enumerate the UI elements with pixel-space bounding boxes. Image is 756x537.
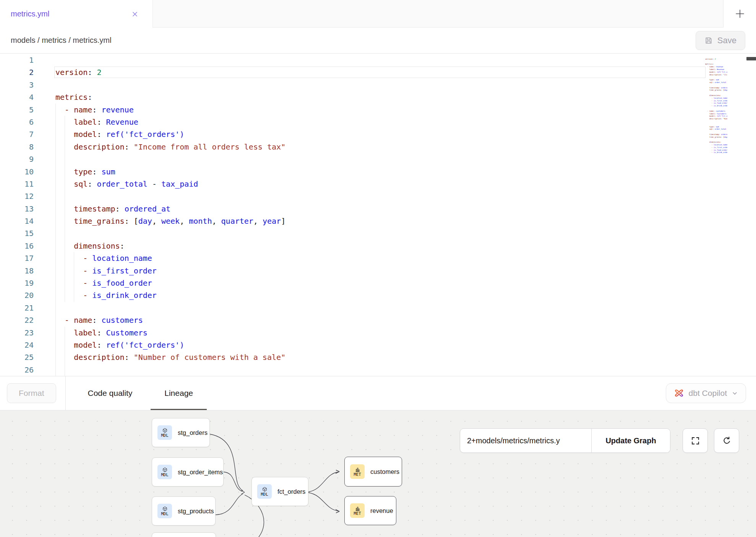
code-line-23[interactable]: 23 label: Customers: [0, 327, 756, 339]
lineage-node-fct_orders[interactable]: MDLfct_orders: [251, 477, 308, 506]
minimap[interactable]: version: 2metrics: - name: revenue label…: [705, 55, 727, 170]
code-line-3[interactable]: 3: [0, 79, 756, 91]
node-label: customers: [370, 468, 399, 475]
line-number: 1: [0, 54, 34, 66]
code-line-5[interactable]: 5 - name: revenue: [0, 104, 756, 116]
code-line-20[interactable]: 20 - is_drink_order: [0, 289, 756, 301]
minimap-line: [705, 84, 727, 87]
code-line-1[interactable]: 1: [0, 54, 756, 66]
badge-type-label: MDL: [261, 492, 268, 496]
line-number: 25: [0, 351, 34, 363]
line-number: 26: [0, 364, 34, 376]
line-text: sql: order_total - tax_paid: [55, 178, 198, 190]
graph-selector-input[interactable]: [460, 429, 591, 452]
model-icon: MDL: [257, 484, 272, 499]
indent-guide: [55, 153, 56, 165]
code-line-12[interactable]: 12: [0, 190, 756, 202]
code-line-16[interactable]: 16 dimensions:: [0, 240, 756, 252]
line-text: type: sum: [55, 166, 115, 178]
minimap-line: - location_name: [705, 144, 727, 146]
line-number: 9: [0, 153, 34, 165]
code-line-26[interactable]: 26: [0, 364, 756, 376]
code-line-9[interactable]: 9: [0, 153, 756, 165]
panel-tab-lineage[interactable]: Lineage: [148, 376, 209, 410]
indent-guide: [65, 364, 65, 376]
minimap-line: dimensions:: [705, 141, 727, 144]
tab-metrics-yml[interactable]: metrics.yml: [0, 0, 153, 28]
minimap-line: - name: revenue: [705, 66, 727, 68]
code-line-10[interactable]: 10 type: sum: [0, 166, 756, 178]
line-number: 8: [0, 141, 34, 153]
minimap-line: - is_first_order: [705, 100, 727, 103]
lineage-node-revenue[interactable]: METrevenue: [344, 496, 396, 525]
lineage-node-customers[interactable]: METcustomers: [344, 457, 402, 487]
badge-type-label: MDL: [161, 433, 169, 438]
lineage-canvas[interactable]: MDLstg_ordersMDLstg_order_itemsMDLstg_pr…: [0, 410, 756, 537]
minimap-line: timestamp: ordered_at: [705, 133, 727, 136]
lineage-node-stg_order_items[interactable]: MDLstg_order_items: [152, 457, 224, 487]
indent-guide: [65, 227, 65, 239]
badge-type-label: MET: [354, 511, 361, 516]
code-line-8[interactable]: 8 description: "Income from all orders l…: [0, 141, 756, 153]
refresh-button[interactable]: [714, 428, 739, 453]
close-icon[interactable]: [131, 10, 139, 18]
line-text: description: "Income from all orders les…: [55, 141, 286, 153]
lineage-node-stg_products[interactable]: MDLstg_products: [152, 496, 216, 526]
dbt-copilot-button[interactable]: dbt Copilot: [666, 383, 746, 403]
breadcrumb-row: models / metrics / metrics.yml Save: [0, 28, 756, 54]
code-line-21[interactable]: 21: [0, 302, 756, 314]
indent-guide: [55, 302, 56, 314]
lineage-node-partial-node[interactable]: [152, 532, 216, 537]
indent-guide: [55, 227, 56, 239]
line-number: 23: [0, 327, 34, 339]
save-icon: [704, 36, 713, 45]
lineage-node-stg_orders[interactable]: MDLstg_orders: [152, 418, 210, 447]
minimap-line: label: Customers: [705, 113, 727, 116]
current-line-highlight: [54, 67, 706, 78]
code-editor[interactable]: 12version: 234metrics:5 - name: revenue6…: [0, 54, 756, 376]
refresh-icon: [722, 436, 732, 446]
scrollbar-marker[interactable]: [746, 57, 756, 60]
line-text: - name: revenue: [55, 104, 134, 116]
code-line-7[interactable]: 7 model: ref('fct_orders'): [0, 128, 756, 140]
line-number: 18: [0, 265, 34, 277]
code-line-4[interactable]: 4metrics:: [0, 91, 756, 103]
model-icon: MDL: [157, 425, 172, 440]
minimap-line: [705, 120, 727, 123]
code-line-18[interactable]: 18 - is_first_order: [0, 265, 756, 277]
fullscreen-button[interactable]: [683, 428, 708, 453]
minimap-line: type: sum: [705, 126, 727, 129]
minimap-line: label: Revenue: [705, 68, 727, 71]
code-line-13[interactable]: 13 timestamp: ordered_at: [0, 203, 756, 215]
line-text: model: ref('fct_orders'): [55, 128, 184, 140]
tab-title: metrics.yml: [11, 10, 49, 18]
code-line-19[interactable]: 19 - is_food_order: [0, 277, 756, 289]
line-number: 7: [0, 128, 34, 140]
code-line-25[interactable]: 25 description: "Number of customers wit…: [0, 351, 756, 363]
minimap-line: - location_name: [705, 97, 727, 100]
minimap-line: model: ref('fct_orders'): [705, 71, 727, 74]
update-graph-button[interactable]: Update Graph: [591, 429, 670, 452]
badge-type-label: MDL: [161, 473, 169, 477]
code-line-17[interactable]: 17 - location_name: [0, 252, 756, 264]
chevron-down-icon: [732, 390, 738, 397]
minimap-line: time_grains: [day, week, month, quarter,…: [705, 89, 727, 92]
tab-bar: metrics.yml: [0, 0, 756, 28]
code-line-24[interactable]: 24 model: ref('fct_orders'): [0, 339, 756, 351]
code-line-22[interactable]: 22 - name: customers: [0, 314, 756, 326]
code-line-14[interactable]: 14 time_grains: [day, week, month, quart…: [0, 215, 756, 227]
node-label: stg_orders: [178, 429, 208, 436]
save-button[interactable]: Save: [696, 31, 745, 50]
copilot-icon: [674, 388, 684, 399]
code-line-11[interactable]: 11 sql: order_total - tax_paid: [0, 178, 756, 190]
format-button[interactable]: Format: [7, 383, 56, 403]
panel-tab-code-quality[interactable]: Code quality: [72, 376, 149, 410]
plus-icon: [735, 8, 745, 19]
node-label: stg_order_items: [178, 469, 223, 476]
code-line-15[interactable]: 15: [0, 227, 756, 239]
code-line-6[interactable]: 6 label: Revenue: [0, 116, 756, 128]
minimap-line: [705, 92, 727, 94]
minimap-line: description: "Income from all orders les…: [705, 74, 727, 76]
new-tab-button[interactable]: [723, 0, 756, 28]
code-line-2[interactable]: 2version: 2: [0, 66, 756, 78]
